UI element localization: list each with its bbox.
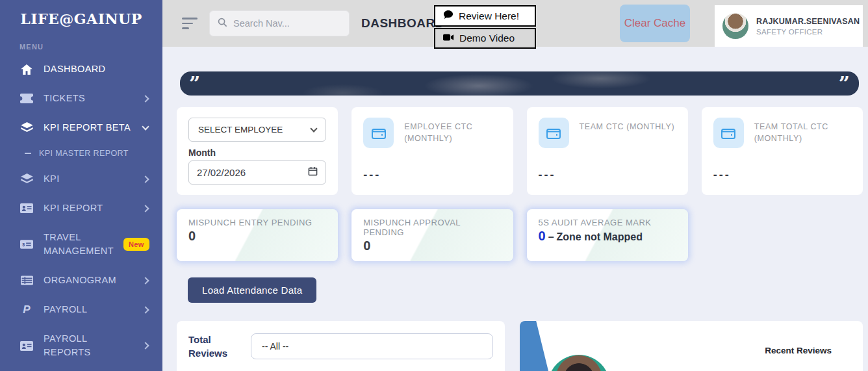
close-quote-icon: ” (839, 81, 850, 87)
new-badge: New (123, 238, 149, 251)
stat-value: --- (713, 168, 851, 185)
chevron-down-icon (142, 123, 149, 130)
pending-row: MISPUNCH ENTRY PENDING 0 MISPUNCH APPROV… (177, 209, 863, 261)
audit-mark-value: 0 (539, 229, 546, 243)
team-total-ctc-card: TEAM TOTAL CTC (MONTHLY) --- (702, 107, 863, 195)
user-role: SAFETY OFFICER (756, 28, 860, 36)
mispunch-approval-pending-card: MISPUNCH APPROVAL PENDING 0 (351, 209, 513, 261)
speech-bubble-icon (443, 10, 453, 22)
layers-icon (19, 122, 34, 134)
sidebar: LIFE@GAINUP MENU DASHBOARD TICKETS KPI R… (0, 0, 162, 371)
recent-reviews-card: Recent Reviews M SARAVANAN - GKA0618 (520, 321, 863, 371)
month-label: Month (188, 147, 326, 158)
reviews-filter-dropdown[interactable]: -- All -- (251, 333, 493, 359)
menu-toggle-icon[interactable] (182, 18, 198, 29)
home-icon (19, 64, 34, 75)
stat-value: --- (363, 168, 501, 185)
table-icon (19, 275, 34, 287)
month-date-input[interactable] (197, 167, 268, 178)
team-ctc-card: TEAM CTC (MONTHLY) --- (527, 107, 688, 195)
app-window: LIFE@GAINUP MENU DASHBOARD TICKETS KPI R… (0, 0, 868, 371)
sidebar-subitem-kpi-master-report[interactable]: KPI MASTER REPORT (0, 142, 162, 164)
id-card-icon (19, 203, 34, 214)
ticket-icon (19, 93, 34, 105)
clear-cache-button[interactable]: Clear Cache (620, 5, 690, 42)
mispunch-entry-pending-card: MISPUNCH ENTRY PENDING 0 (177, 209, 338, 261)
stat-value: --- (539, 168, 676, 185)
stats-row: SELECT EMPLOYEE Month (177, 107, 863, 195)
paypal-icon: P (19, 304, 34, 316)
recent-reviews-label: Recent Reviews (765, 346, 832, 355)
employee-filter-card: SELECT EMPLOYEE Month (177, 107, 338, 195)
sidebar-item-tickets[interactable]: TICKETS (0, 84, 162, 113)
main-area: DASHBOARD Clear Cache RAJKUMAR.SEENIVASA… (162, 0, 868, 371)
chevron-right-icon (142, 342, 149, 349)
select-employee-dropdown[interactable]: SELECT EMPLOYEE (188, 118, 326, 142)
video-camera-icon (443, 32, 454, 44)
calendar-icon (308, 166, 318, 179)
avatar (722, 13, 748, 39)
audit-zone-note: Zone not Mapped (557, 231, 643, 242)
dash-icon (25, 153, 31, 154)
triangle-decoration (520, 321, 559, 371)
money-check-icon: $ (19, 238, 34, 250)
layers-icon (19, 173, 34, 185)
open-quote-icon: ” (189, 81, 200, 87)
sidebar-item-travel-management[interactable]: $ TRAVEL MANAGEMENT New (0, 223, 162, 266)
demo-video-button[interactable]: Demo Video (434, 28, 536, 49)
audit-average-card: 5S AUDIT AVERAGE MARK 0–Zone not Mapped (527, 209, 688, 261)
sidebar-item-kpi-report-beta[interactable]: KPI REPORT BETA (0, 113, 162, 142)
id-card-icon (19, 340, 34, 352)
employee-ctc-card: EMPLOYEE CTC (MONTHLY) --- (351, 107, 513, 195)
sidebar-item-kpi[interactable]: KPI (0, 164, 162, 194)
month-date-picker[interactable] (188, 160, 326, 185)
pending-count: 0 (363, 238, 501, 253)
search-icon (218, 18, 227, 30)
menu-section-label: MENU (0, 34, 162, 55)
chevron-right-icon (142, 277, 149, 284)
search-box[interactable] (209, 10, 350, 36)
pending-count: 0 (188, 229, 326, 244)
chevron-down-icon (311, 125, 318, 132)
user-profile[interactable]: RAJKUMAR.SEENIVASAN SAFETY OFFICER (715, 5, 863, 47)
sidebar-item-payroll[interactable]: P PAYROLL (0, 295, 162, 324)
chevron-right-icon (142, 205, 149, 212)
wallet-icon (539, 118, 569, 148)
page-title: DASHBOARD (361, 16, 444, 31)
content-area: ” ” SELECT EMPLOYEE Month (162, 47, 868, 371)
search-input[interactable] (233, 18, 341, 29)
quote-banner: ” ” (180, 71, 859, 96)
sidebar-item-dashboard[interactable]: DASHBOARD (0, 55, 162, 84)
chevron-right-icon (142, 175, 149, 183)
wallet-icon (363, 118, 394, 148)
svg-text:$: $ (22, 242, 25, 248)
user-name: RAJKUMAR.SEENIVASAN (756, 17, 860, 26)
chevron-right-icon (142, 306, 149, 313)
chevron-right-icon (142, 95, 149, 102)
sidebar-item-kpi-report[interactable]: KPI REPORT (0, 194, 162, 223)
reviewer-photo (548, 355, 610, 371)
floating-buttons: Review Here! Demo Video (434, 5, 536, 49)
reviews-row: Total Reviews -- All -- Recent Reviews M… (177, 321, 863, 371)
wallet-icon (713, 118, 744, 148)
load-attendance-button[interactable]: Load Attendance Data (188, 277, 316, 303)
total-reviews-card: Total Reviews -- All -- (177, 321, 505, 371)
total-reviews-label: Total Reviews (188, 333, 235, 360)
sidebar-item-payroll-reports[interactable]: PAYROLL REPORTS (0, 324, 162, 367)
app-logo: LIFE@GAINUP (0, 0, 162, 34)
review-here-button[interactable]: Review Here! (434, 5, 536, 27)
sidebar-item-organogram[interactable]: ORGANOGRAM (0, 266, 162, 295)
